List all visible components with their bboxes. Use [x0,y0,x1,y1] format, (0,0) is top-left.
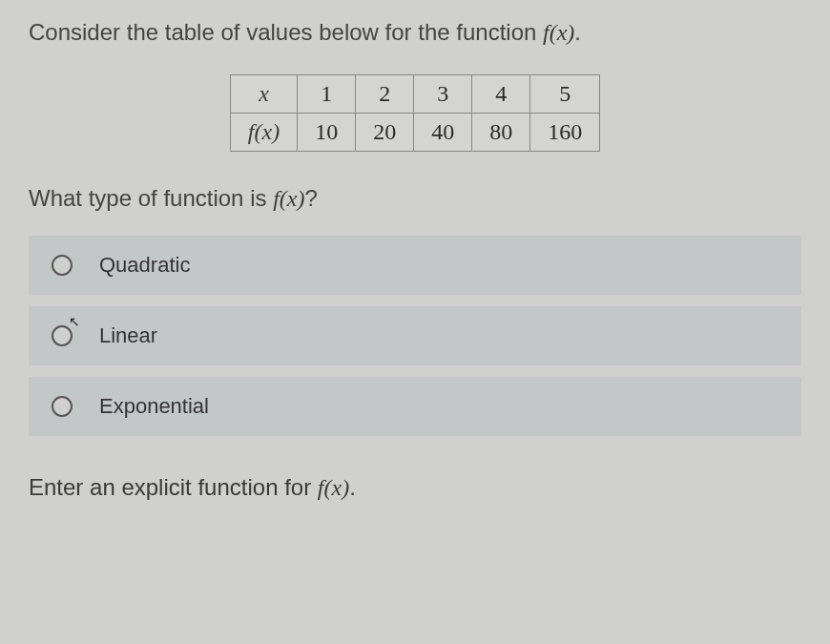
cursor-icon: ↖ [69,314,80,329]
intro-suffix: . [574,19,581,45]
fx-cell: 160 [530,114,600,152]
option-label: Exponential [99,394,209,419]
fx-label: f(x) [248,119,280,144]
value-table-wrap: x 1 2 3 4 5 f(x) 10 20 40 80 160 [29,74,801,152]
enter-prompt-suffix: . [349,474,356,500]
question-intro: Consider the table of values below for t… [29,19,801,46]
option-quadratic[interactable]: Quadratic [29,236,801,295]
subquestion-function: f(x) [273,186,304,211]
fx-cell: 40 [414,114,472,152]
table-header-fx: f(x) [230,114,297,152]
option-linear[interactable]: ↖ Linear [29,306,801,365]
intro-function: f(x) [543,20,574,45]
intro-text: Consider the table of values below for t… [29,19,543,45]
value-table: x 1 2 3 4 5 f(x) 10 20 40 80 160 [230,74,600,152]
table-row: x 1 2 3 4 5 [230,75,599,114]
enter-prompt-function: f(x) [318,475,349,500]
enter-prompt-text: Enter an explicit function for [29,474,318,500]
options-group: Quadratic ↖ Linear Exponential [29,236,801,436]
subquestion-text: What type of function is [29,185,273,211]
table-header-x: x [230,75,297,114]
fx-cell: 20 [356,114,414,152]
subquestion-suffix: ? [304,185,317,211]
x-cell: 3 [414,75,472,114]
radio-icon[interactable] [52,396,73,417]
table-row: f(x) 10 20 40 80 160 [230,114,599,152]
radio-icon[interactable] [52,325,73,346]
x-cell: 2 [356,75,414,114]
x-label: x [259,81,269,106]
sub-question: What type of function is f(x)? [29,185,801,212]
fx-cell: 80 [472,114,530,152]
x-cell: 4 [472,75,530,114]
radio-icon[interactable] [52,255,73,276]
option-label: Quadratic [99,253,190,278]
option-exponential[interactable]: Exponential [29,377,801,436]
x-cell: 1 [298,75,356,114]
option-label: Linear [99,323,157,348]
enter-prompt: Enter an explicit function for f(x). [29,474,801,501]
x-cell: 5 [530,75,600,114]
fx-cell: 10 [298,114,356,152]
